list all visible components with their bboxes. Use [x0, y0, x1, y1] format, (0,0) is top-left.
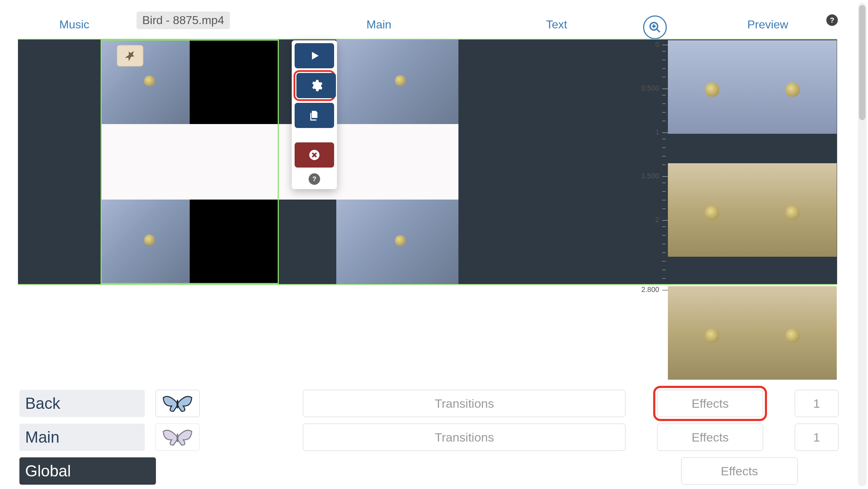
ruler-mark: 2.800: [641, 285, 661, 294]
copy-icon: [308, 109, 320, 122]
clip-thumb: [102, 41, 190, 124]
preview-thumbnail[interactable]: [668, 40, 837, 134]
effects-button-main[interactable]: Effects: [657, 424, 763, 451]
butterfly-preset-back[interactable]: [156, 390, 199, 417]
toolbar-help-button[interactable]: ?: [309, 173, 320, 185]
row-label-main[interactable]: Main: [19, 424, 145, 451]
pin-button[interactable]: [117, 45, 143, 67]
play-icon: [309, 50, 320, 61]
butterfly-icon: [161, 393, 194, 414]
question-icon: ?: [830, 16, 834, 24]
butterfly-preset-main[interactable]: [156, 424, 199, 451]
preview-thumbnail[interactable]: [668, 286, 837, 380]
butterfly-icon: [161, 426, 194, 448]
effects-button-global[interactable]: Effects: [681, 457, 798, 485]
tab-text[interactable]: Text: [546, 18, 567, 31]
clip-spacer: [190, 200, 278, 283]
clip-audio-track: [102, 124, 278, 200]
svg-point-6: [177, 433, 179, 442]
question-icon: ?: [313, 175, 317, 183]
tab-main[interactable]: Main: [366, 18, 391, 31]
clip-action-toolbar: ?: [292, 40, 337, 189]
file-name-chip: Bird - 8875.mp4: [137, 12, 230, 29]
settings-button[interactable]: [296, 73, 336, 98]
ruler-mark: 0: [655, 40, 661, 49]
delete-button[interactable]: [295, 142, 334, 168]
pin-icon: [124, 50, 136, 62]
help-button-top[interactable]: ?: [826, 14, 838, 26]
effects-count-main: 1: [795, 424, 839, 451]
close-circle-icon: [308, 149, 320, 161]
svg-line-1: [657, 29, 660, 32]
gear-icon: [309, 79, 323, 92]
tab-music[interactable]: Music: [59, 18, 89, 31]
effects-button-back[interactable]: Effects: [657, 390, 763, 417]
tab-preview[interactable]: Preview: [747, 18, 788, 31]
ruler-mark: 2: [655, 216, 661, 224]
transitions-button-back[interactable]: Transitions: [303, 390, 625, 417]
copy-button[interactable]: [295, 103, 334, 128]
zoom-in-icon: [648, 21, 661, 34]
timeline-clip-preview: [336, 200, 458, 284]
timeline-clip-preview: [336, 40, 458, 124]
ruler-mark: 1.500: [641, 172, 661, 180]
transitions-button-main[interactable]: Transitions: [303, 424, 625, 451]
zoom-in-button[interactable]: [643, 15, 667, 39]
svg-point-5: [177, 399, 179, 408]
vertical-scrollbar[interactable]: [858, 3, 867, 486]
ruler-mark: 1: [655, 128, 661, 136]
effects-count-back: 1: [795, 390, 839, 417]
timeline-clip-selected[interactable]: [101, 40, 279, 284]
play-button[interactable]: [295, 43, 334, 68]
row-label-back[interactable]: Back: [19, 390, 145, 417]
ruler-mark: 0.500: [641, 84, 661, 92]
clip-thumb: [102, 200, 190, 283]
scrollbar-thumb[interactable]: [859, 5, 865, 120]
row-label-global[interactable]: Global: [19, 457, 156, 485]
clip-spacer: [190, 41, 278, 124]
timeline-dark: [279, 200, 336, 284]
preview-thumbnail[interactable]: [668, 163, 837, 257]
timeline-empty-left: [18, 40, 101, 284]
